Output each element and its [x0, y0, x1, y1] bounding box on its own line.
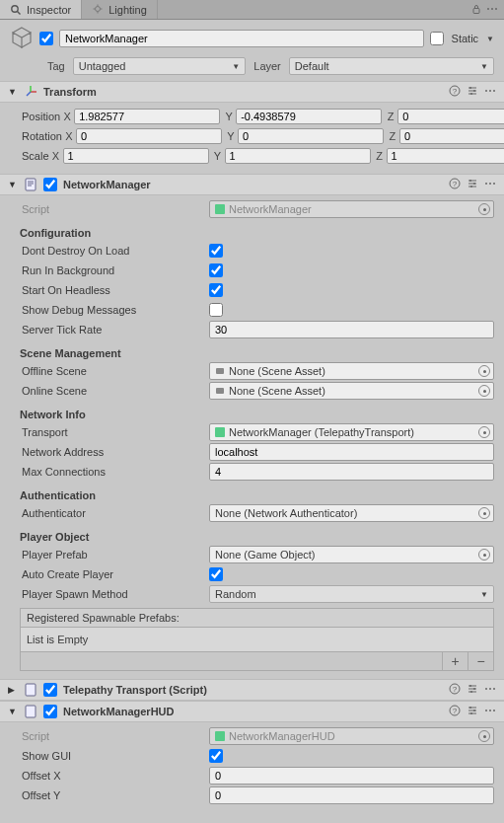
tab-inspector[interactable]: Inspector	[0, 0, 82, 19]
add-spawnable-button[interactable]: +	[442, 652, 468, 670]
help-icon[interactable]: ?	[449, 85, 461, 99]
preset-icon[interactable]	[467, 178, 478, 191]
max-conn-input[interactable]	[209, 463, 494, 481]
gameobject-icon	[10, 26, 34, 51]
lock-icon[interactable]	[470, 3, 482, 17]
layer-dropdown[interactable]: Default ▼	[289, 57, 494, 75]
remove-spawnable-button[interactable]: −	[468, 652, 493, 670]
chevron-down-icon: ▼	[480, 590, 488, 599]
svg-rect-42	[216, 388, 224, 394]
foldout-icon[interactable]: ▶	[8, 685, 18, 695]
script-icon	[24, 705, 37, 718]
network-addr-label: Network Address	[22, 446, 209, 458]
run-in-bg-checkbox[interactable]	[209, 263, 223, 277]
context-menu-icon[interactable]	[484, 85, 496, 99]
foldout-icon[interactable]: ▼	[8, 180, 18, 189]
svg-point-23	[489, 90, 491, 92]
scene-icon	[215, 386, 225, 396]
spawn-method-dropdown[interactable]: Random▼	[209, 585, 494, 603]
help-icon[interactable]: ?	[449, 683, 461, 697]
offset-y-label: Offset Y	[22, 789, 209, 801]
context-menu-icon[interactable]	[484, 178, 496, 191]
player-object-section: Player Object	[20, 531, 494, 543]
tab-lighting[interactable]: Lighting	[82, 0, 158, 19]
scale-y-input[interactable]	[225, 148, 371, 164]
svg-point-19	[469, 87, 471, 89]
preset-icon[interactable]	[467, 85, 478, 99]
static-label: Static	[452, 33, 479, 44]
scale-z-input[interactable]	[387, 148, 504, 164]
show-gui-checkbox[interactable]	[209, 749, 223, 763]
component-enabled-checkbox[interactable]	[43, 178, 57, 191]
component-enabled-checkbox[interactable]	[43, 705, 57, 718]
authenticator-field[interactable]: None (Network Authenticator)	[209, 504, 494, 522]
dont-destroy-checkbox[interactable]	[209, 244, 223, 258]
object-picker-icon[interactable]	[478, 730, 490, 742]
hud-body: Script NetworkManagerHUD Show GUI Offset…	[0, 722, 504, 809]
svg-point-63	[473, 710, 475, 711]
offset-y-input[interactable]	[209, 786, 494, 804]
preset-icon[interactable]	[467, 705, 478, 718]
gameobject-enabled-checkbox[interactable]	[39, 32, 53, 45]
rotation-y-input[interactable]	[238, 128, 384, 144]
offline-scene-field[interactable]: None (Scene Asset)	[209, 362, 494, 380]
lighting-icon	[92, 4, 104, 16]
script-field: NetworkManager	[209, 200, 494, 218]
help-icon[interactable]: ?	[449, 705, 461, 718]
context-menu-icon[interactable]	[484, 705, 496, 718]
spawnable-empty-text: List is Empty	[20, 628, 494, 652]
svg-point-51	[473, 688, 475, 690]
tick-rate-input[interactable]	[209, 321, 494, 338]
static-checkbox[interactable]	[430, 32, 444, 45]
configuration-section: Configuration	[20, 227, 494, 239]
svg-point-53	[485, 688, 487, 690]
tag-layer-row: Tag Untagged ▼ Layer Default ▼	[0, 55, 504, 81]
show-debug-checkbox[interactable]	[209, 303, 223, 317]
context-menu-icon[interactable]	[486, 3, 498, 17]
inspector-icon	[10, 4, 22, 16]
svg-line-13	[27, 92, 31, 96]
transform-header[interactable]: ▼ Transform ?	[0, 81, 504, 103]
component-enabled-checkbox[interactable]	[43, 683, 57, 697]
player-prefab-field[interactable]: None (Game Object)	[209, 546, 494, 563]
object-picker-icon[interactable]	[478, 507, 490, 519]
axis-y-label: Y	[222, 111, 236, 122]
script-label: Script	[22, 203, 209, 215]
gameobject-header: Static ▼	[0, 20, 504, 55]
network-addr-input[interactable]	[209, 443, 494, 461]
object-picker-icon[interactable]	[478, 549, 490, 561]
gameobject-name-input[interactable]	[59, 30, 424, 47]
tab-label: Inspector	[27, 4, 71, 16]
foldout-icon[interactable]: ▼	[8, 87, 18, 97]
position-y-input[interactable]	[236, 109, 382, 124]
foldout-icon[interactable]: ▼	[8, 707, 18, 716]
object-picker-icon[interactable]	[478, 385, 490, 397]
component-title: Transform	[43, 86, 443, 98]
networkmanager-body: Script NetworkManager Configuration Dont…	[0, 195, 504, 679]
transport-field[interactable]: NetworkManager (TelepathyTransport)	[209, 423, 494, 441]
offset-x-input[interactable]	[209, 767, 494, 785]
online-scene-label: Online Scene	[22, 385, 209, 397]
position-z-input[interactable]	[397, 109, 504, 124]
telepathy-header[interactable]: ▶ Telepathy Transport (Script) ?	[0, 679, 504, 701]
static-dropdown-arrow[interactable]: ▼	[486, 35, 494, 43]
networkmanager-header[interactable]: ▼ NetworkManager ?	[0, 174, 504, 195]
rotation-x-input[interactable]	[76, 128, 222, 144]
online-scene-field[interactable]: None (Scene Asset)	[209, 382, 494, 400]
object-picker-icon[interactable]	[478, 365, 490, 377]
help-icon[interactable]: ?	[449, 178, 461, 191]
svg-point-39	[493, 183, 495, 185]
object-picker-icon[interactable]	[478, 426, 490, 438]
context-menu-icon[interactable]	[484, 683, 496, 697]
svg-point-2	[96, 6, 101, 11]
preset-icon[interactable]	[467, 683, 478, 697]
position-x-input[interactable]	[74, 109, 220, 124]
scale-x-input[interactable]	[63, 148, 209, 164]
rotation-z-input[interactable]	[399, 128, 504, 144]
object-picker-icon[interactable]	[478, 203, 490, 215]
auto-create-checkbox[interactable]	[209, 567, 223, 581]
tag-dropdown[interactable]: Untagged ▼	[73, 57, 247, 75]
svg-rect-41	[216, 368, 224, 374]
start-headless-checkbox[interactable]	[209, 283, 223, 297]
hud-header[interactable]: ▼ NetworkManagerHUD ?	[0, 701, 504, 722]
